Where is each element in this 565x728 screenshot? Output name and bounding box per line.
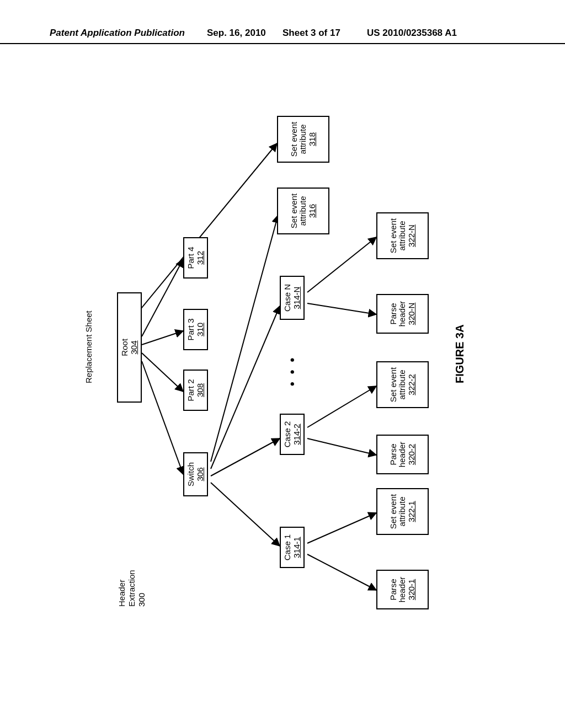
node-caseN: Case N 314-N <box>280 276 305 320</box>
svg-line-0 <box>142 361 183 474</box>
node-part4-label: Part 4 <box>186 247 195 269</box>
node-switch: Switch 306 <box>183 452 208 496</box>
node-case2: Case 2 314-2 <box>280 414 305 455</box>
node-setevent-N-ref: 322-N <box>407 215 417 257</box>
node-root-label: Root <box>120 339 129 356</box>
svg-line-10 <box>307 513 376 543</box>
node-part3-ref: 310 <box>196 311 205 348</box>
header-sheet: Sheet 3 of 17 <box>282 28 340 39</box>
svg-line-5 <box>211 483 280 546</box>
node-parseheader-N: Parse header 320-N <box>376 294 429 334</box>
svg-line-12 <box>307 386 376 427</box>
node-setevent-318: Set event attribute 318 <box>277 116 329 163</box>
node-setevent-318-label: Set event attribute <box>289 122 308 157</box>
svg-line-14 <box>307 237 376 292</box>
node-setevent-N: Set event attribute 322-N <box>376 212 429 259</box>
node-case1: Case 1 314-1 <box>280 527 305 568</box>
node-switch-ref: 306 <box>196 454 205 494</box>
node-setevent-2-label: Set event attribute <box>388 367 407 402</box>
node-case2-ref: 314-2 <box>292 416 302 453</box>
node-parseheader-1-ref: 320-1 <box>407 572 417 607</box>
node-root-ref: 304 <box>130 295 139 400</box>
node-setevent-318-ref: 318 <box>308 118 317 160</box>
node-caseN-ref: 314-N <box>292 278 302 318</box>
node-setevent-316: Set event attribute 316 <box>277 188 329 234</box>
node-part4: Part 4 312 <box>183 237 208 279</box>
header-pubno: US 2010/0235368 A1 <box>367 28 457 39</box>
header-extraction-label: Header Extraction 300 <box>117 570 147 607</box>
node-parseheader-2: Parse header 320-2 <box>376 435 429 474</box>
node-part2-label: Part 2 <box>186 379 195 401</box>
svg-line-1 <box>142 353 183 392</box>
node-parseheader-1-label: Parse header <box>388 577 407 603</box>
node-parseheader-2-label: Parse header <box>388 442 407 468</box>
node-setevent-1-label: Set event attribute <box>388 494 407 529</box>
diagram-canvas: Replacement Sheet Header Extraction 300 … <box>78 74 487 620</box>
node-part2: Part 2 308 <box>183 370 208 411</box>
node-setevent-316-ref: 316 <box>308 190 317 232</box>
node-caseN-label: Case N <box>282 284 292 312</box>
node-switch-label: Switch <box>186 462 195 486</box>
node-case2-label: Case 2 <box>282 421 292 448</box>
node-parseheader-1: Parse header 320-1 <box>376 570 429 609</box>
svg-line-4 <box>136 143 277 314</box>
svg-line-13 <box>307 303 376 314</box>
node-case1-ref: 314-1 <box>292 529 302 566</box>
node-parseheader-N-label: Parse header <box>388 301 407 327</box>
svg-line-2 <box>142 331 183 345</box>
node-setevent-2-ref: 322-2 <box>407 363 417 406</box>
figure-caption: FIGURE 3A <box>454 324 466 383</box>
header-date: Sep. 16, 2010 <box>207 28 266 39</box>
node-setevent-1-ref: 322-1 <box>407 490 417 533</box>
node-part3-label: Part 3 <box>186 318 195 340</box>
header-publication: Patent Application Publication <box>50 28 185 39</box>
node-parseheader-N-ref: 320-N <box>407 296 417 331</box>
node-setevent-316-label: Set event attribute <box>289 194 308 228</box>
svg-line-11 <box>307 438 376 455</box>
node-root: Root 304 <box>117 292 142 403</box>
node-parseheader-2-ref: 320-2 <box>407 437 417 472</box>
node-part2-ref: 308 <box>196 372 205 409</box>
node-setevent-2: Set event attribute 322-2 <box>376 361 429 408</box>
node-case1-label: Case 1 <box>282 534 292 561</box>
node-part3: Part 3 310 <box>183 309 208 350</box>
svg-line-3 <box>142 259 183 336</box>
ellipsis-icon: ••• <box>285 350 300 386</box>
replacement-sheet-label: Replacement Sheet <box>84 311 94 383</box>
node-setevent-N-label: Set event attribute <box>388 218 407 253</box>
node-setevent-1: Set event attribute 322-1 <box>376 488 429 535</box>
svg-line-9 <box>307 554 376 590</box>
header-divider <box>0 43 565 44</box>
svg-line-8 <box>211 215 278 462</box>
node-part4-ref: 312 <box>196 239 205 276</box>
